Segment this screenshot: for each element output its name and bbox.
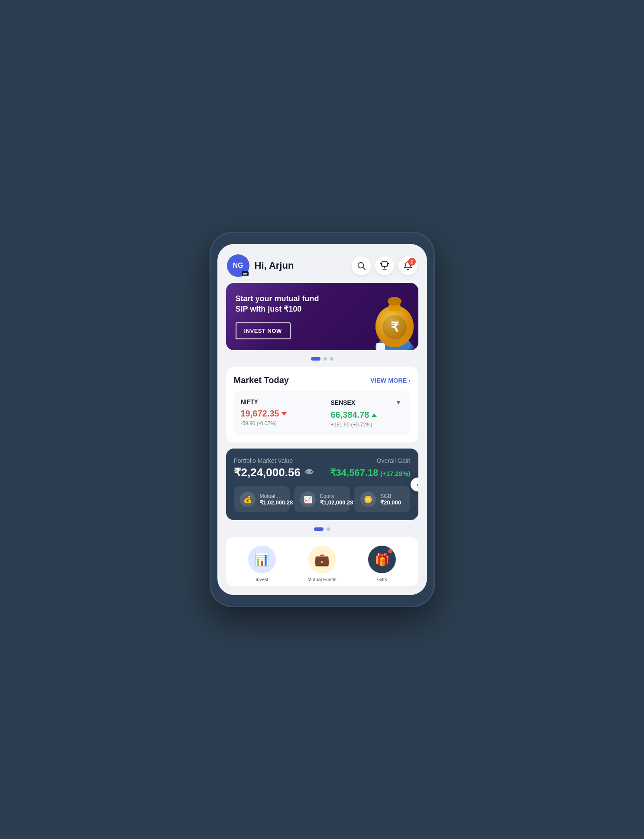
mutual-funds-icon-label: Mutual Funds [307, 577, 337, 582]
gifts-notification-dot [388, 549, 392, 553]
avatar[interactable]: NG [227, 254, 249, 277]
sensex-value: 66,384.78 [331, 410, 400, 420]
portfolio-dot-2[interactable] [327, 527, 330, 531]
sgb-sub-card[interactable]: 🪙 SGB ₹20,000 [354, 486, 410, 512]
sensex-change: +181.90 (+0.72%) [331, 422, 400, 428]
banner-carousel-dots [226, 357, 418, 361]
nifty-item: NIFTY 19,672.35 -59.90 (-0.07%) [241, 398, 322, 428]
phone-screen: NG Hi, Arjun [217, 244, 427, 595]
nifty-value: 19,672.35 [241, 409, 318, 419]
dot-1[interactable] [311, 357, 320, 361]
search-button[interactable] [352, 256, 371, 275]
portfolio-header: Portfolio Market Value Overall Gain [234, 457, 411, 464]
dot-2[interactable] [324, 357, 327, 361]
trophy-icon [380, 261, 389, 270]
invest-icon-circle: 📊 [248, 546, 276, 573]
banner-content: Start your mutual fund SIP with just ₹10… [236, 293, 331, 339]
portfolio-values: ₹2,24,000.56 👁 ₹34,567.18 (+17.28%) [234, 466, 411, 479]
mutual-funds-bag-icon: 💼 [314, 553, 330, 567]
sensex-label: SENSEX [331, 399, 356, 406]
notification-badge: 2 [408, 258, 416, 266]
equity-name: Equity [320, 493, 344, 499]
portfolio-dot-1[interactable] [314, 527, 324, 531]
gifts-icon-circle: 🎁 [368, 546, 396, 573]
sensex-item: SENSEX ▾ 66,384.78 +181.90 (+0.72%) [322, 398, 404, 428]
invest-now-button[interactable]: INVEST NOW [236, 322, 291, 339]
invest-icon-item[interactable]: 📊 Invest [234, 546, 291, 582]
notification-button[interactable]: 2 [398, 256, 417, 275]
nifty-label: NIFTY [241, 398, 258, 405]
mutual-funds-sub-card[interactable]: 💰 Mutual Funds ₹1,02,000.28 [234, 486, 290, 512]
sensex-header: SENSEX ▾ [331, 398, 400, 406]
market-today-card: Market Today VIEW MORE › NIFTY 19,672.35 [226, 367, 418, 442]
sgb-value: ₹20,000 [380, 499, 401, 506]
sgb-icon: 🪙 [360, 491, 376, 507]
sgb-info: SGB ₹20,000 [380, 493, 401, 506]
header: NG Hi, Arjun [226, 254, 418, 277]
gifts-icon: 🎁 [375, 553, 390, 567]
invest-label: Invest [256, 577, 268, 582]
bottom-icons-section: 📊 Invest 💼 Mutual Funds 🎁 Gifts [226, 537, 418, 586]
nifty-change: -59.90 (-0.07%) [241, 420, 318, 426]
mutual-funds-info: Mutual Funds ₹1,02,000.28 [260, 493, 284, 506]
gifts-label: Gifts [377, 577, 387, 582]
nifty-header: NIFTY [241, 398, 318, 405]
mutual-funds-name: Mutual Funds [260, 493, 284, 499]
gain-amount: ₹34,567.18 [330, 467, 379, 478]
equity-info: Equity ₹1,02,000.28 [320, 493, 344, 506]
mutual-funds-icon-circle: 💼 [308, 546, 336, 573]
sensex-up-arrow [372, 413, 377, 417]
bottom-icons-row: 📊 Invest 💼 Mutual Funds 🎁 Gifts [234, 546, 411, 582]
portfolio-next-arrow[interactable]: › [411, 478, 418, 491]
portfolio-carousel-dots [226, 527, 418, 531]
portfolio-section: Portfolio Market Value Overall Gain ₹2,2… [226, 449, 418, 520]
search-icon [356, 261, 366, 270]
equity-sub-card[interactable]: 📈 Equity ₹1,02,000.28 [294, 486, 350, 512]
svg-line-1 [363, 267, 365, 270]
gain-percent: (+17.28%) [380, 470, 411, 477]
svg-rect-7 [376, 343, 385, 350]
market-title: Market Today [234, 375, 289, 385]
equity-value: ₹1,02,000.28 [320, 499, 344, 506]
portfolio-gain-value: ₹34,567.18 (+17.28%) [330, 467, 411, 478]
portfolio-label: Portfolio Market Value [234, 457, 293, 464]
sgb-name: SGB [380, 493, 401, 499]
header-left: NG Hi, Arjun [227, 254, 294, 277]
portfolio-sub-cards: 💰 Mutual Funds ₹1,02,000.28 📈 Equity ₹1,… [234, 486, 411, 512]
greeting-text: Hi, Arjun [255, 260, 294, 271]
mutual-funds-icon: 💰 [240, 491, 256, 507]
market-header: Market Today VIEW MORE › [234, 375, 411, 385]
phone-frame: NG Hi, Arjun [210, 232, 435, 607]
mutual-funds-icon-item[interactable]: 💼 Mutual Funds [294, 546, 350, 582]
svg-text:₹: ₹ [390, 320, 399, 334]
promo-banner: Start your mutual fund SIP with just ₹10… [226, 283, 418, 350]
dot-3[interactable] [330, 357, 333, 361]
trophy-button[interactable] [375, 256, 394, 275]
eye-icon[interactable]: 👁 [305, 468, 314, 478]
market-grid: NIFTY 19,672.35 -59.90 (-0.07%) SENSEX ▾ [234, 391, 411, 435]
portfolio-main-value: ₹2,24,000.56 👁 [234, 466, 314, 479]
header-icons: 2 [352, 256, 417, 275]
portfolio-card: Portfolio Market Value Overall Gain ₹2,2… [226, 449, 418, 520]
nifty-down-arrow [282, 412, 287, 416]
mutual-funds-value: ₹1,02,000.28 [260, 499, 284, 506]
banner-title: Start your mutual fund SIP with just ₹10… [236, 293, 331, 315]
sensex-chevron-down-icon[interactable]: ▾ [397, 398, 400, 406]
gifts-icon-item[interactable]: 🎁 Gifts [354, 546, 411, 582]
portfolio-gain-label: Overall Gain [377, 457, 411, 464]
view-more-button[interactable]: VIEW MORE › [370, 377, 410, 384]
svg-point-11 [388, 297, 401, 306]
menu-icon [242, 271, 249, 276]
invest-chart-icon: 📊 [254, 553, 269, 567]
money-bag-illustration: ₹ [356, 292, 418, 350]
equity-icon: 📈 [300, 491, 316, 507]
